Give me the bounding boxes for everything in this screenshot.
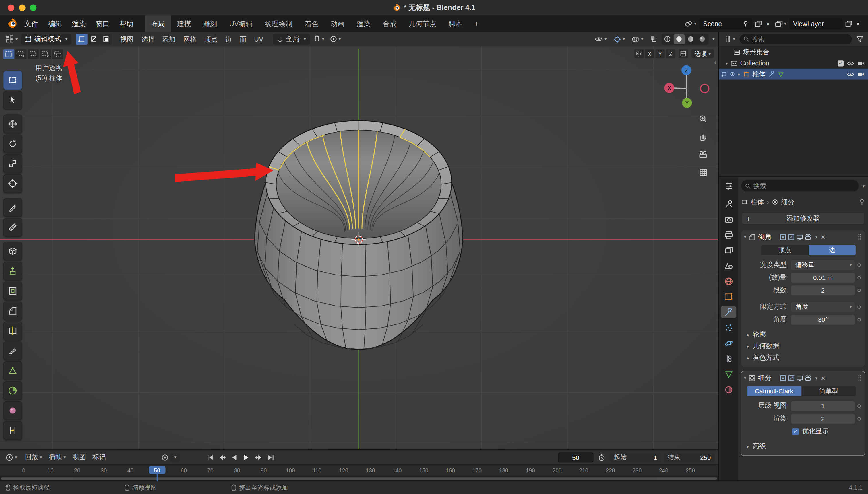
subdivision-section-advanced[interactable]: ▸ 高级	[741, 440, 865, 452]
workspace-tab-4[interactable]: 纹理绘制	[259, 15, 298, 32]
amount-field[interactable]: 0.01 m	[791, 272, 855, 283]
rotate-tool-button[interactable]	[3, 135, 22, 153]
cursor-tool-button[interactable]	[3, 91, 22, 110]
delete-modifier-button[interactable]: ×	[821, 374, 825, 382]
timeline-menu-2[interactable]: 视图	[69, 450, 89, 464]
eye-icon[interactable]	[847, 60, 854, 65]
chevron-down-icon[interactable]: ▾	[863, 183, 865, 188]
browse-viewlayer-button[interactable]: ▾	[773, 18, 788, 29]
viewport-menu-2[interactable]: 添加	[159, 32, 179, 46]
decorator[interactable]	[855, 417, 864, 420]
subdivision-panel-header[interactable]: ▾ 细分 ▾ ×	[741, 371, 865, 384]
playhead-badge[interactable]: 50	[149, 466, 165, 474]
workspace-tab-10[interactable]: 脚本	[443, 15, 469, 32]
camera-icon[interactable]	[857, 72, 865, 77]
next-keyframe-button[interactable]	[253, 452, 264, 462]
box-select-tool-button[interactable]	[3, 71, 22, 90]
chevron-down-icon[interactable]: ▾	[713, 36, 715, 41]
collapse-icon[interactable]: ▾	[744, 376, 746, 380]
properties-tab-particles[interactable]	[721, 321, 736, 334]
use-preview-range-button[interactable]	[596, 452, 607, 462]
decorator[interactable]	[855, 289, 864, 292]
transform-orientation-dropdown[interactable]: 全局 ▾	[273, 34, 310, 45]
realtime-toggle-icon[interactable]	[796, 374, 803, 382]
viewport-canvas[interactable]: X Y Z 选项 ▾ 用户透视 (50) 柱体	[0, 46, 718, 449]
properties-tab-modifiers[interactable]	[721, 306, 736, 318]
shading-solid-button[interactable]	[674, 34, 685, 44]
prev-keyframe-button[interactable]	[217, 452, 228, 462]
jump-to-start-button[interactable]	[204, 452, 216, 462]
proportional-editing-button[interactable]: ▾	[328, 34, 343, 45]
auto-key-icon[interactable]	[161, 453, 169, 461]
workspace-tab-9[interactable]: 几何节点	[403, 15, 443, 32]
viewport-menu-5[interactable]: 边	[221, 32, 236, 46]
viewlayer-name-field[interactable]: ViewLayer	[789, 18, 842, 29]
poly-build-tool-button[interactable]	[3, 361, 22, 380]
current-frame-field[interactable]: 50	[558, 452, 593, 462]
decorator[interactable]	[855, 263, 864, 266]
timeline-scrollbar[interactable]	[1, 477, 717, 479]
navigation-gizmo[interactable]: Z X Y	[661, 63, 712, 114]
measure-tool-button[interactable]	[3, 218, 22, 237]
keying-set-dropdown[interactable]: ▾	[170, 453, 180, 462]
viewport-menu-0[interactable]: 视图	[116, 32, 137, 46]
shading-rendered-button[interactable]	[697, 34, 708, 44]
properties-tab-constraints[interactable]	[721, 352, 736, 364]
move-tool-button[interactable]	[3, 114, 22, 133]
annotate-tool-button[interactable]	[3, 198, 22, 217]
workspace-tab-1[interactable]: 建模	[171, 15, 197, 32]
on-cage-toggle-icon[interactable]	[779, 374, 787, 382]
edit-mode-toggle-icon[interactable]	[788, 374, 795, 382]
mirror-x-button[interactable]: X	[645, 49, 654, 58]
knife-tool-button[interactable]	[3, 341, 22, 360]
browse-scene-button[interactable]: ▾	[683, 18, 698, 29]
topbar-menu-0[interactable]: 文件	[19, 15, 43, 32]
minimize-window-button[interactable]	[19, 4, 25, 11]
bevel-tab-vertices[interactable]: 顶点	[761, 245, 809, 255]
segments-field[interactable]: 2	[791, 285, 855, 295]
select-intersect-button[interactable]	[52, 49, 63, 59]
viewport-menu-3[interactable]: 网格	[179, 32, 200, 46]
bevel-section-shading[interactable]: ▸ 着色方式	[741, 352, 865, 364]
edge-slide-tool-button[interactable]	[3, 421, 22, 440]
move-view-button[interactable]	[696, 129, 710, 144]
end-frame-field[interactable]: 结束 250	[664, 452, 715, 462]
editor-type-button[interactable]: ▾	[3, 34, 20, 45]
blender-menu-button[interactable]	[4, 18, 19, 29]
scale-tool-button[interactable]	[3, 154, 22, 173]
bevel-tab-edges[interactable]: 边	[809, 245, 856, 255]
optimal-display-checkbox[interactable]: ✓	[792, 428, 799, 435]
viewport-menu-4[interactable]: 顶点	[200, 32, 221, 46]
edge-select-button[interactable]	[88, 34, 99, 45]
topbar-menu-2[interactable]: 渲染	[67, 15, 91, 32]
workspace-tab-8[interactable]: 合成	[376, 15, 403, 32]
workspace-tab-2[interactable]: 雕刻	[197, 15, 223, 32]
subdivision-type-catmull[interactable]: Catmull-Clark	[747, 386, 801, 396]
select-subtract-button[interactable]	[27, 49, 39, 59]
show-gizmos-button[interactable]: ▾	[611, 34, 627, 45]
limit-method-dropdown[interactable]: 角度 ▾	[791, 302, 855, 312]
select-set-button[interactable]	[3, 49, 15, 59]
mirror-y-button[interactable]: Y	[655, 49, 665, 58]
snap-base-button[interactable]	[679, 49, 688, 58]
render-toggle-icon[interactable]	[804, 233, 811, 241]
topbar-menu-3[interactable]: 窗口	[91, 15, 114, 32]
properties-tab-tool[interactable]	[721, 197, 736, 209]
extras-dropdown-icon[interactable]: ▾	[815, 234, 818, 239]
edit-mode-toggle-icon[interactable]	[788, 233, 795, 241]
zoom-window-button[interactable]	[30, 4, 36, 11]
width-type-dropdown[interactable]: 偏移量 ▾	[791, 260, 855, 270]
properties-search[interactable]	[741, 180, 858, 192]
shading-wireframe-button[interactable]	[662, 34, 673, 44]
on-cage-toggle-icon[interactable]	[779, 233, 787, 241]
pin-icon[interactable]	[743, 20, 748, 27]
properties-tab-material[interactable]	[721, 383, 736, 395]
zoom-view-button[interactable]	[696, 112, 710, 126]
breadcrumb-object[interactable]: 柱体	[751, 197, 764, 207]
timeline-ruler[interactable]: 50 0102030405060708090100110120130140150…	[0, 465, 718, 476]
jump-to-end-button[interactable]	[265, 452, 276, 462]
face-select-button[interactable]	[100, 34, 112, 45]
angle-field[interactable]: 30°	[791, 315, 855, 324]
tool-options-dropdown[interactable]: 选项 ▾	[691, 49, 714, 58]
outliner-display-mode-button[interactable]: ▾	[722, 34, 737, 45]
